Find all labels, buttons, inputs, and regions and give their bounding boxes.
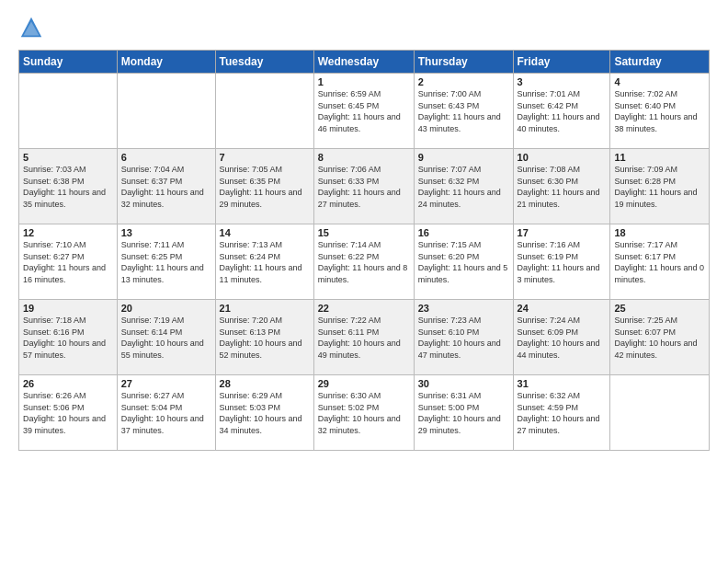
calendar-week-row: 1Sunrise: 6:59 AM Sunset: 6:45 PM Daylig… (19, 74, 710, 149)
day-number: 14 (220, 227, 310, 238)
calendar-cell: 16Sunrise: 7:15 AM Sunset: 6:20 PM Dayli… (414, 224, 513, 300)
calendar-cell (610, 375, 710, 451)
day-info: Sunrise: 6:32 AM Sunset: 4:59 PM Dayligh… (518, 390, 607, 436)
calendar-cell: 20Sunrise: 7:19 AM Sunset: 6:14 PM Dayli… (117, 300, 215, 375)
page-header (18, 15, 710, 40)
calendar-cell: 4Sunrise: 7:02 AM Sunset: 6:40 PM Daylig… (610, 74, 710, 149)
weekday-header: Wednesday (313, 51, 414, 74)
day-info: Sunrise: 7:08 AM Sunset: 6:30 PM Dayligh… (518, 164, 607, 210)
logo (18, 15, 46, 40)
calendar-cell: 17Sunrise: 7:16 AM Sunset: 6:19 PM Dayli… (513, 224, 610, 300)
calendar-cell: 12Sunrise: 7:10 AM Sunset: 6:27 PM Dayli… (19, 224, 118, 300)
day-number: 22 (318, 303, 410, 314)
calendar-week-row: 26Sunrise: 6:26 AM Sunset: 5:06 PM Dayli… (19, 375, 710, 451)
calendar-cell: 14Sunrise: 7:13 AM Sunset: 6:24 PM Dayli… (215, 224, 313, 300)
day-number: 4 (614, 76, 705, 87)
day-info: Sunrise: 7:19 AM Sunset: 6:14 PM Dayligh… (121, 315, 211, 361)
day-number: 24 (518, 303, 607, 314)
day-info: Sunrise: 7:02 AM Sunset: 6:40 PM Dayligh… (614, 88, 705, 134)
day-info: Sunrise: 6:30 AM Sunset: 5:02 PM Dayligh… (318, 390, 410, 436)
day-info: Sunrise: 7:09 AM Sunset: 6:28 PM Dayligh… (614, 164, 705, 210)
calendar-cell: 3Sunrise: 7:01 AM Sunset: 6:42 PM Daylig… (513, 74, 610, 149)
day-number: 29 (318, 378, 410, 389)
weekday-header: Thursday (414, 51, 513, 74)
day-info: Sunrise: 7:17 AM Sunset: 6:17 PM Dayligh… (614, 239, 705, 285)
day-number: 25 (614, 303, 705, 314)
calendar-cell: 10Sunrise: 7:08 AM Sunset: 6:30 PM Dayli… (513, 149, 610, 224)
day-number: 28 (220, 378, 310, 389)
day-info: Sunrise: 7:03 AM Sunset: 6:38 PM Dayligh… (23, 164, 113, 210)
day-info: Sunrise: 6:27 AM Sunset: 5:04 PM Dayligh… (121, 390, 211, 436)
calendar-table: SundayMondayTuesdayWednesdayThursdayFrid… (18, 50, 710, 451)
calendar-cell: 28Sunrise: 6:29 AM Sunset: 5:03 PM Dayli… (215, 375, 313, 451)
weekday-header: Saturday (610, 51, 710, 74)
day-info: Sunrise: 7:13 AM Sunset: 6:24 PM Dayligh… (220, 239, 310, 285)
calendar-cell (19, 74, 118, 149)
day-number: 23 (418, 303, 509, 314)
calendar-cell: 24Sunrise: 7:24 AM Sunset: 6:09 PM Dayli… (513, 300, 610, 375)
day-info: Sunrise: 7:06 AM Sunset: 6:33 PM Dayligh… (318, 164, 410, 210)
day-info: Sunrise: 7:14 AM Sunset: 6:22 PM Dayligh… (318, 239, 410, 285)
calendar-week-row: 12Sunrise: 7:10 AM Sunset: 6:27 PM Dayli… (19, 224, 710, 300)
day-info: Sunrise: 7:01 AM Sunset: 6:42 PM Dayligh… (518, 88, 607, 134)
weekday-header: Friday (513, 51, 610, 74)
day-info: Sunrise: 6:26 AM Sunset: 5:06 PM Dayligh… (23, 390, 113, 436)
day-number: 27 (121, 378, 211, 389)
day-number: 26 (23, 378, 113, 389)
day-info: Sunrise: 7:23 AM Sunset: 6:10 PM Dayligh… (418, 315, 509, 361)
calendar-cell: 21Sunrise: 7:20 AM Sunset: 6:13 PM Dayli… (215, 300, 313, 375)
day-info: Sunrise: 7:04 AM Sunset: 6:37 PM Dayligh… (121, 164, 211, 210)
day-number: 17 (518, 227, 607, 238)
calendar-cell: 6Sunrise: 7:04 AM Sunset: 6:37 PM Daylig… (117, 149, 215, 224)
day-number: 15 (318, 227, 410, 238)
day-info: Sunrise: 7:10 AM Sunset: 6:27 PM Dayligh… (23, 239, 113, 285)
day-info: Sunrise: 7:16 AM Sunset: 6:19 PM Dayligh… (518, 239, 607, 285)
calendar-cell: 5Sunrise: 7:03 AM Sunset: 6:38 PM Daylig… (19, 149, 118, 224)
calendar-cell: 29Sunrise: 6:30 AM Sunset: 5:02 PM Dayli… (313, 375, 414, 451)
weekday-header: Monday (117, 51, 215, 74)
calendar-cell: 11Sunrise: 7:09 AM Sunset: 6:28 PM Dayli… (610, 149, 710, 224)
calendar-cell: 7Sunrise: 7:05 AM Sunset: 6:35 PM Daylig… (215, 149, 313, 224)
day-info: Sunrise: 7:00 AM Sunset: 6:43 PM Dayligh… (418, 88, 509, 134)
calendar-cell: 1Sunrise: 6:59 AM Sunset: 6:45 PM Daylig… (313, 74, 414, 149)
day-info: Sunrise: 7:15 AM Sunset: 6:20 PM Dayligh… (418, 239, 509, 285)
day-number: 8 (318, 152, 410, 163)
day-number: 12 (23, 227, 113, 238)
day-info: Sunrise: 7:18 AM Sunset: 6:16 PM Dayligh… (23, 315, 113, 361)
calendar-cell: 2Sunrise: 7:00 AM Sunset: 6:43 PM Daylig… (414, 74, 513, 149)
day-number: 30 (418, 378, 509, 389)
calendar-cell: 25Sunrise: 7:25 AM Sunset: 6:07 PM Dayli… (610, 300, 710, 375)
calendar-cell: 27Sunrise: 6:27 AM Sunset: 5:04 PM Dayli… (117, 375, 215, 451)
day-info: Sunrise: 7:25 AM Sunset: 6:07 PM Dayligh… (614, 315, 705, 361)
day-number: 2 (418, 76, 509, 87)
day-number: 20 (121, 303, 211, 314)
day-number: 19 (23, 303, 113, 314)
weekday-header: Sunday (19, 51, 118, 74)
day-number: 13 (121, 227, 211, 238)
calendar-cell: 9Sunrise: 7:07 AM Sunset: 6:32 PM Daylig… (414, 149, 513, 224)
day-number: 3 (518, 76, 607, 87)
logo-icon (18, 15, 44, 40)
day-number: 9 (418, 152, 509, 163)
day-number: 21 (220, 303, 310, 314)
day-info: Sunrise: 7:22 AM Sunset: 6:11 PM Dayligh… (318, 315, 410, 361)
calendar-cell: 19Sunrise: 7:18 AM Sunset: 6:16 PM Dayli… (19, 300, 118, 375)
day-info: Sunrise: 6:59 AM Sunset: 6:45 PM Dayligh… (318, 88, 410, 134)
day-number: 11 (614, 152, 705, 163)
calendar-cell: 18Sunrise: 7:17 AM Sunset: 6:17 PM Dayli… (610, 224, 710, 300)
calendar-week-row: 19Sunrise: 7:18 AM Sunset: 6:16 PM Dayli… (19, 300, 710, 375)
day-number: 7 (220, 152, 310, 163)
day-number: 5 (23, 152, 113, 163)
day-number: 6 (121, 152, 211, 163)
day-number: 10 (518, 152, 607, 163)
day-info: Sunrise: 7:05 AM Sunset: 6:35 PM Dayligh… (220, 164, 310, 210)
day-info: Sunrise: 6:29 AM Sunset: 5:03 PM Dayligh… (220, 390, 310, 436)
day-number: 18 (614, 227, 705, 238)
day-info: Sunrise: 7:07 AM Sunset: 6:32 PM Dayligh… (418, 164, 509, 210)
day-info: Sunrise: 7:20 AM Sunset: 6:13 PM Dayligh… (220, 315, 310, 361)
calendar-cell: 26Sunrise: 6:26 AM Sunset: 5:06 PM Dayli… (19, 375, 118, 451)
calendar-cell: 8Sunrise: 7:06 AM Sunset: 6:33 PM Daylig… (313, 149, 414, 224)
calendar-cell (117, 74, 215, 149)
calendar-cell: 22Sunrise: 7:22 AM Sunset: 6:11 PM Dayli… (313, 300, 414, 375)
calendar-cell: 23Sunrise: 7:23 AM Sunset: 6:10 PM Dayli… (414, 300, 513, 375)
